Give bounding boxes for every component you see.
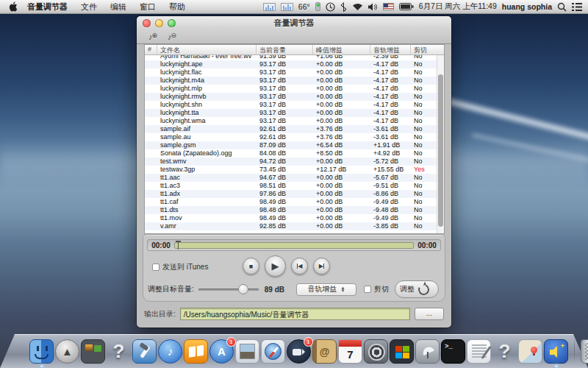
bluetooth-icon[interactable] bbox=[340, 2, 347, 12]
cell-peak-gain: +0.00 dB bbox=[313, 101, 370, 109]
remote-desktop-icon[interactable] bbox=[390, 339, 414, 364]
calendar-icon[interactable]: 7 bbox=[338, 339, 362, 364]
finder-icon[interactable] bbox=[29, 339, 54, 364]
table-row[interactable]: testwav.3gp73.45 dB+12.17 dB+15.55 dBYes bbox=[145, 166, 444, 174]
wifi-icon[interactable] bbox=[352, 3, 363, 11]
volume-icon[interactable] bbox=[368, 3, 378, 11]
menu-window[interactable]: 窗口 bbox=[133, 0, 162, 14]
playback-progress[interactable]: 00:00 00:00 bbox=[147, 239, 441, 251]
target-volume-slider[interactable] bbox=[198, 284, 259, 294]
xcode-icon[interactable] bbox=[132, 339, 157, 364]
zoom-button[interactable] bbox=[168, 19, 176, 27]
table-row[interactable]: sample.aif92.61 dB+3.76 dB-3.61 dBNo bbox=[145, 125, 444, 133]
table-row[interactable]: luckynight.tta93.17 dB+0.00 dB-4.17 dBNo bbox=[145, 109, 444, 117]
slider-thumb[interactable] bbox=[238, 284, 248, 294]
col-clip[interactable]: 剪切 bbox=[411, 45, 438, 54]
missing-app-icon[interactable]: ? bbox=[107, 339, 131, 364]
table-row[interactable]: luckynight.mlp93.17 dB+0.00 dB-4.17 dBNo bbox=[145, 85, 444, 93]
menu-edit[interactable]: 编辑 bbox=[104, 0, 133, 14]
menu-clock[interactable]: 6月7日 周六 上午11:49 bbox=[419, 1, 497, 12]
scrollbar-thumb[interactable] bbox=[438, 74, 443, 227]
stop-button[interactable]: ■ bbox=[243, 258, 259, 275]
col-track-gain[interactable]: 音轨增益 bbox=[370, 45, 411, 54]
table-row[interactable]: tt1.aac94.67 dB+0.00 dB-5.67 dBNo bbox=[145, 174, 444, 182]
remove-files-button[interactable]: ♪⊖ bbox=[168, 32, 176, 42]
play-button[interactable]: ▶ bbox=[265, 255, 286, 277]
col-filename[interactable]: 文件名 bbox=[157, 45, 257, 54]
ibooks-icon[interactable] bbox=[184, 339, 208, 364]
app-store-icon[interactable]: A1 bbox=[209, 339, 234, 364]
input-language-flag-icon[interactable] bbox=[383, 3, 394, 10]
battery-icon[interactable] bbox=[399, 3, 414, 10]
menu-file[interactable]: 文件 bbox=[74, 0, 104, 14]
terminal-icon[interactable]: >_ bbox=[441, 339, 465, 364]
table-row[interactable]: sample.gsm87.09 dB+6.54 dB+1.91 dBNo bbox=[145, 141, 444, 149]
clock-icon[interactable] bbox=[326, 2, 335, 12]
memory-graph-icon[interactable] bbox=[281, 3, 293, 11]
output-path-field[interactable]: /Users/huangsophia/Music/音量调节器 bbox=[180, 308, 410, 320]
menu-help[interactable]: 帮助 bbox=[162, 0, 192, 14]
cell-filename: tt1.mov bbox=[157, 214, 257, 222]
adjust-button[interactable]: 调整 bbox=[395, 280, 439, 298]
cell-peak-gain: +0.00 dB bbox=[313, 60, 370, 68]
table-row[interactable]: tt1.ac398.51 dB+0.00 dB-9.51 dBNo bbox=[145, 182, 444, 190]
missing-app-icon-2[interactable]: ? bbox=[492, 339, 517, 364]
table-row[interactable]: tt1.dts98.48 dB+0.00 dB-9.48 dBNo bbox=[145, 206, 444, 214]
app-grid-icon[interactable] bbox=[81, 339, 105, 364]
gain-mode-dropdown[interactable]: 音轨增益 ▲▼ bbox=[296, 283, 356, 296]
table-row[interactable]: luckynight.flac93.17 dB+0.00 dB-4.17 dBN… bbox=[145, 68, 444, 77]
apple-menu-icon[interactable] bbox=[6, 1, 21, 12]
close-button[interactable] bbox=[143, 19, 151, 27]
title-bar[interactable]: 音量调节器 bbox=[137, 16, 451, 29]
col-current-volume[interactable]: 当前音量 bbox=[257, 45, 313, 54]
minimize-button[interactable] bbox=[155, 19, 163, 27]
progress-marker[interactable] bbox=[176, 241, 181, 246]
user-menu[interactable]: huang sophia bbox=[502, 2, 552, 11]
menu-app-name[interactable]: 音量调节器 bbox=[21, 0, 74, 14]
table-row[interactable]: luckynight.shn93.17 dB+0.00 dB-4.17 dBNo bbox=[145, 101, 444, 109]
browse-button[interactable]: ... bbox=[415, 308, 444, 320]
progress-bar[interactable] bbox=[174, 242, 414, 249]
launchpad-icon[interactable]: ▲ bbox=[55, 339, 79, 364]
cell-filename: sample.au bbox=[157, 133, 257, 141]
table-row[interactable]: Sonata (Zapateado).ogg84.08 dB+8.50 dB+4… bbox=[145, 149, 444, 158]
itunes-icon[interactable]: ♪ bbox=[158, 339, 182, 364]
col-peak-gain[interactable]: 峰值增益 bbox=[313, 45, 370, 54]
table-row[interactable]: v.amr92.85 dB+0.00 dB-3.85 dBNo bbox=[145, 222, 444, 230]
table-row[interactable]: tt1.caf98.49 dB+0.00 dB-9.49 dBNo bbox=[145, 198, 444, 206]
send-to-itunes-checkbox[interactable] bbox=[152, 263, 159, 271]
textedit-icon[interactable] bbox=[467, 339, 491, 364]
next-button[interactable]: ▶ bbox=[313, 258, 330, 275]
time-total: 00:00 bbox=[414, 241, 440, 250]
clip-checkbox[interactable] bbox=[364, 286, 371, 293]
previous-button[interactable]: ◀ bbox=[291, 258, 308, 275]
table-row[interactable]: Ayumi Hamasaki - ever free.wv91.39 dB+1.… bbox=[145, 55, 444, 60]
maps-icon[interactable] bbox=[518, 339, 542, 364]
safari-icon[interactable] bbox=[261, 339, 285, 364]
weather-temp[interactable]: 66° bbox=[298, 2, 310, 11]
spotlight-icon[interactable] bbox=[557, 2, 567, 12]
table-row[interactable]: luckynight.ape93.17 dB+0.00 dB-4.17 dBNo bbox=[145, 60, 444, 68]
notification-center-icon[interactable] bbox=[572, 3, 582, 11]
dock-separator bbox=[574, 336, 575, 364]
satellite-app-icon[interactable] bbox=[415, 339, 440, 364]
cell-filename: v.amr bbox=[157, 222, 257, 230]
table-row[interactable]: luckynight.rmvb93.17 dB+0.00 dB-4.17 dBN… bbox=[145, 93, 444, 101]
table-row[interactable]: sample.au92.61 dB+3.76 dB-3.61 dBNo bbox=[145, 133, 444, 141]
volume-app-icon[interactable]: + bbox=[544, 339, 568, 364]
imovie-icon[interactable]: 1 bbox=[287, 339, 311, 364]
mail-icon[interactable] bbox=[235, 339, 259, 364]
cpu-graph-icon[interactable] bbox=[263, 3, 276, 11]
add-files-button[interactable]: ♪⊕ bbox=[148, 32, 157, 42]
status-stoplight-icon[interactable] bbox=[315, 2, 320, 11]
trash-icon[interactable] bbox=[581, 339, 588, 364]
table-scrollbar[interactable] bbox=[437, 55, 444, 233]
table-row[interactable]: luckynight.wma93.17 dB+0.00 dB-4.17 dBNo bbox=[145, 117, 444, 125]
system-preferences-icon[interactable] bbox=[364, 339, 388, 364]
table-row[interactable]: tt1.mov98.49 dB+0.00 dB-9.49 dBNo bbox=[145, 214, 444, 222]
table-row[interactable]: test.wmv94.72 dB+0.00 dB-5.72 dBNo bbox=[145, 158, 444, 166]
table-row[interactable]: tt1.adx97.86 dB+0.00 dB-8.86 dBNo bbox=[145, 190, 444, 198]
col-index[interactable]: # bbox=[145, 45, 157, 54]
contacts-icon[interactable]: @ bbox=[312, 339, 337, 364]
table-row[interactable]: luckynight.m4a93.17 dB+0.00 dB-4.17 dBNo bbox=[145, 77, 444, 85]
